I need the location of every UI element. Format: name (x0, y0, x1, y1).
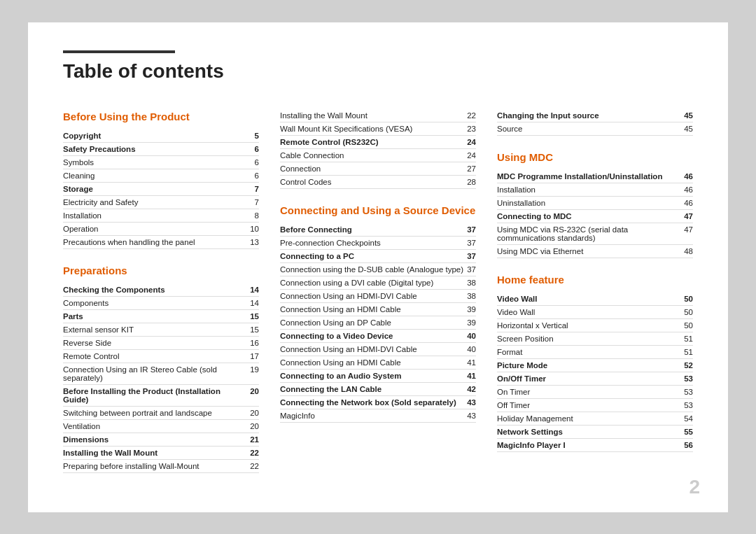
entry-page: 50 (684, 295, 693, 303)
entry-label: Connection Using an HDMI-DVI Cable (280, 292, 467, 300)
entry-label: Uninstallation (497, 199, 684, 207)
toc-entry: Connection using a DVI cable (Digital ty… (280, 276, 476, 290)
entry-page: 20 (250, 387, 259, 395)
toc-entry: Ventilation20 (63, 420, 259, 433)
entry-page: 17 (250, 352, 259, 360)
page-number: 2 (689, 476, 700, 498)
entry-page: 39 (467, 318, 476, 327)
entry-label: Network Settings (497, 428, 684, 436)
entry-label: Connecting to MDC (497, 212, 684, 220)
toc-entry: Connecting the Network box (Sold separat… (280, 396, 476, 409)
toc-entry: Control Codes28 (280, 176, 476, 189)
entry-page: 54 (684, 414, 693, 423)
toc-entry: Connection Using an HDMI-DVI Cable38 (280, 290, 476, 303)
entry-page: 51 (684, 335, 693, 343)
entry-page: 40 (467, 345, 476, 353)
toc-entry: Connection Using an HDMI Cable39 (280, 303, 476, 316)
section-title: Connecting and Using a Source Device (280, 204, 476, 216)
entry-page: 41 (467, 372, 476, 380)
entry-label: Before Connecting (280, 225, 467, 234)
entry-label: Before Installing the Product (Installat… (63, 387, 250, 404)
entry-label: MDC Programme Installation/Uninstallatio… (497, 172, 684, 181)
toc-entry: Connecting to a Video Device40 (280, 330, 476, 343)
entry-page: 38 (467, 292, 476, 300)
toc-entry: Off Timer53 (497, 399, 693, 412)
entry-page: 43 (467, 398, 476, 407)
entry-page: 55 (684, 428, 693, 436)
toc-entry: Installation8 (63, 209, 259, 223)
entry-page: 47 (684, 212, 693, 220)
toc-entry: Cable Connection24 (280, 149, 476, 162)
toc-entry: Switching between portrait and landscape… (63, 407, 259, 420)
toc-entry: Connecting to a PC37 (280, 250, 476, 263)
entry-page: 14 (250, 299, 259, 307)
entry-label: Video Wall (497, 308, 684, 316)
entry-label: On Timer (497, 388, 684, 396)
entry-label: Dimensions (63, 435, 250, 444)
column-2: Installing the Wall Mount22Wall Mount Ki… (280, 104, 476, 482)
entry-page: 8 (255, 211, 259, 220)
entry-page: 27 (467, 164, 476, 173)
entry-label: Copyright (63, 132, 255, 140)
entry-label: Remote Control (63, 352, 250, 360)
entry-label: Electricity and Safety (63, 198, 255, 206)
page-title: Table of contents (63, 60, 693, 83)
entry-label: Storage (63, 185, 255, 193)
entry-page: 21 (250, 435, 259, 444)
toc-entry: Video Wall50 (497, 306, 693, 319)
entry-label: Checking the Components (63, 286, 250, 294)
title-bar (63, 50, 175, 53)
entry-label: Ventilation (63, 422, 250, 430)
entry-page: 41 (467, 358, 476, 367)
entry-page: 48 (684, 247, 693, 255)
entry-page: 38 (467, 279, 476, 287)
toc-entry: Source45 (497, 122, 693, 136)
entry-label: Picture Mode (497, 361, 684, 370)
toc-entry: Format51 (497, 346, 693, 359)
entry-label: Connection Using an DP Cable (280, 318, 467, 327)
toc-entry: Using MDC via Ethernet48 (497, 245, 693, 258)
entry-page: 42 (467, 385, 476, 393)
entry-page: 6 (255, 145, 259, 153)
entry-label: Reverse Side (63, 339, 250, 347)
entry-page: 50 (684, 308, 693, 316)
entry-label: Precautions when handling the panel (63, 238, 250, 246)
toc-entry: Uninstallation46 (497, 197, 693, 210)
toc-entry: Reverse Side16 (63, 337, 259, 350)
entry-label: Connecting to a PC (280, 252, 467, 260)
entry-page: 10 (250, 225, 259, 233)
toc-entry: Copyright5 (63, 129, 259, 143)
entry-page: 56 (684, 441, 693, 449)
entry-label: Connecting the LAN Cable (280, 385, 467, 393)
entry-label: Installation (63, 211, 255, 220)
entry-page: 23 (467, 125, 476, 133)
toc-entry: Pre-connection Checkpoints37 (280, 237, 476, 250)
entry-label: External sensor KIT (63, 325, 250, 334)
toc-entry: Dimensions21 (63, 433, 259, 447)
toc-entry: Parts15 (63, 310, 259, 323)
entry-label: Connection Using an HDMI-DVI Cable (280, 345, 467, 353)
entry-label: MagicInfo Player I (497, 441, 684, 449)
page: Table of contents Before Using the Produ… (28, 22, 728, 512)
entry-label: Pre-connection Checkpoints (280, 239, 467, 247)
entry-page: 13 (250, 238, 259, 246)
toc-entry: MDC Programme Installation/Uninstallatio… (497, 170, 693, 183)
entry-label: Connection Using an IR Stereo Cable (sol… (63, 365, 250, 382)
toc-entry: Changing the Input source45 (497, 109, 693, 122)
entry-page: 46 (684, 199, 693, 207)
toc-entry: Screen Position51 (497, 332, 693, 346)
toc-entry: Remote Control17 (63, 350, 259, 363)
entry-label: Horizontal x Vertical (497, 321, 684, 330)
entry-label: Connecting to an Audio System (280, 372, 467, 380)
entry-page: 24 (467, 138, 476, 146)
toc-entry: Connection Using an IR Stereo Cable (sol… (63, 363, 259, 385)
toc-entry: Checking the Components14 (63, 283, 259, 297)
entry-page: 7 (255, 185, 259, 193)
entry-page: 15 (250, 325, 259, 334)
toc-entry: Preparing before installing Wall-Mount22 (63, 460, 259, 473)
entry-page: 53 (684, 374, 693, 383)
entry-label: Cable Connection (280, 151, 467, 160)
entry-label: Using MDC via RS-232C (serial data commu… (497, 225, 684, 242)
entry-page: 22 (250, 462, 259, 470)
toc-entry: Connection Using an HDMI-DVI Cable40 (280, 343, 476, 356)
